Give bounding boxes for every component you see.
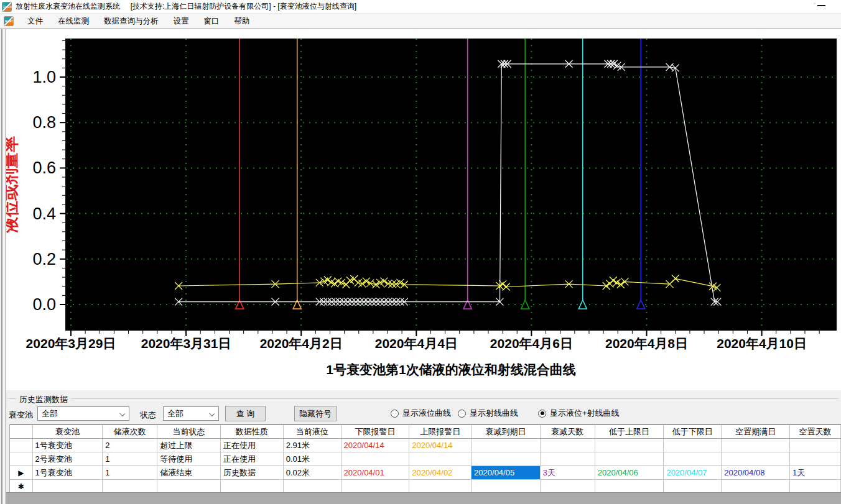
- table-cell[interactable]: [472, 480, 541, 493]
- table-cell[interactable]: 正在使用: [221, 439, 284, 452]
- table-cell[interactable]: 超过上限: [157, 439, 221, 452]
- column-header-1[interactable]: 储液次数: [103, 425, 157, 438]
- plot-area: [65, 39, 837, 331]
- table-row: ▶1号衰变池1储液结束历史数据0.02米2020/04/012020/04/02…: [10, 466, 841, 480]
- table-cell[interactable]: [664, 439, 722, 452]
- decay-pool-chart: 0.00.20.40.60.81.02020年3月29日2020年3月31日20…: [0, 29, 841, 390]
- table-cell[interactable]: 1天: [790, 466, 841, 479]
- table-cell[interactable]: 1号衰变池: [33, 439, 103, 452]
- pool-label: 衰变池: [9, 410, 33, 421]
- table-cell[interactable]: 1: [103, 466, 157, 479]
- radio-curve-2[interactable]: 显示液位+射线曲线: [538, 408, 620, 419]
- table-cell[interactable]: [103, 480, 157, 493]
- table-cell[interactable]: [790, 480, 841, 493]
- menu-item-5[interactable]: 帮助: [227, 14, 258, 29]
- grid-empty-area: [6, 492, 841, 504]
- title-bar: 放射性废水衰变池在线监测系统 [技术支持:上海仁日辐射防护设备有限公司] - […: [0, 0, 841, 14]
- table-cell[interactable]: 2020/04/02: [409, 466, 472, 479]
- table-cell[interactable]: [790, 439, 841, 452]
- current-row-indicator[interactable]: ▶: [10, 466, 33, 479]
- table-cell[interactable]: [472, 452, 541, 465]
- column-header-12[interactable]: 空置天数: [790, 425, 841, 438]
- table-cell[interactable]: [342, 452, 410, 465]
- x-tick-label: 2020年4月4日: [375, 336, 458, 351]
- table-cell[interactable]: [409, 452, 472, 465]
- table-cell[interactable]: 历史数据: [221, 466, 284, 479]
- table-cell[interactable]: [664, 452, 722, 465]
- table-cell[interactable]: [790, 452, 841, 465]
- table-cell[interactable]: 2: [103, 439, 157, 452]
- column-header-8[interactable]: 衰减天数: [541, 425, 595, 438]
- radio-label: 显示液位曲线: [402, 408, 451, 419]
- table-row: 1号衰变池2超过上限正在使用2.91米2020/04/142020/04/14: [10, 439, 841, 452]
- row-selector[interactable]: [10, 452, 33, 465]
- table-cell[interactable]: [595, 452, 664, 465]
- column-header-9[interactable]: 低于上限日: [595, 425, 664, 438]
- radio-curve-1[interactable]: 显示射线曲线: [458, 408, 518, 419]
- table-cell[interactable]: [541, 480, 595, 493]
- chevron-down-icon: [209, 411, 215, 416]
- column-header-11[interactable]: 空置期满日: [722, 425, 790, 438]
- selected-cell[interactable]: 2020/04/05: [472, 466, 541, 479]
- menu-item-4[interactable]: 窗口: [197, 14, 227, 29]
- column-header-7[interactable]: 衰减到期日: [472, 425, 541, 438]
- table-cell[interactable]: 2020/04/06: [595, 466, 664, 479]
- menu-item-3[interactable]: 设置: [166, 14, 197, 29]
- column-header-0[interactable]: 衰变池: [33, 425, 103, 438]
- minimize-icon[interactable]: [817, 5, 825, 6]
- column-header-2[interactable]: 当前状态: [157, 425, 221, 438]
- x-tick-label: 2020年4月2日: [260, 336, 343, 351]
- new-row-indicator[interactable]: ✱: [10, 480, 33, 493]
- column-header-3[interactable]: 数据性质: [221, 425, 284, 438]
- radio-label: 显示射线曲线: [470, 408, 518, 419]
- menu-item-0[interactable]: 文件: [20, 14, 50, 29]
- table-cell[interactable]: 2020/04/08: [722, 466, 790, 479]
- table-cell[interactable]: 2020/04/14: [342, 439, 410, 452]
- table-cell[interactable]: 2020/04/07: [664, 466, 722, 479]
- y-tick-label: 0.8: [32, 113, 56, 132]
- menu-item-1[interactable]: 在线监测: [50, 14, 96, 29]
- column-header-4[interactable]: 当前液位: [284, 425, 342, 438]
- x-tick-label: 2020年3月29日: [26, 336, 116, 351]
- table-cell[interactable]: 等待使用: [157, 452, 221, 465]
- table-cell[interactable]: [722, 480, 790, 493]
- hide-symbols-button[interactable]: 隐藏符号: [294, 406, 337, 421]
- table-cell[interactable]: 1: [103, 452, 157, 465]
- row-selector[interactable]: [10, 439, 33, 452]
- query-button[interactable]: 查 询: [225, 406, 266, 421]
- table-cell[interactable]: [472, 439, 541, 452]
- table-cell[interactable]: 1号衰变池: [33, 466, 103, 479]
- radio-curve-0[interactable]: 显示液位曲线: [391, 408, 451, 419]
- column-header-10[interactable]: 低于下限日: [664, 425, 722, 438]
- pool-select[interactable]: 全部: [37, 406, 129, 421]
- table-cell[interactable]: [722, 452, 790, 465]
- table-cell[interactable]: [664, 480, 722, 493]
- table-cell[interactable]: [722, 439, 790, 452]
- table-cell[interactable]: [541, 439, 595, 452]
- table-cell[interactable]: [541, 452, 595, 465]
- history-section: 历史监测数据 衰变池 全部 状态 全部 查 询 隐藏符号 显示液位曲线显示射线曲…: [6, 390, 841, 424]
- table-cell[interactable]: [595, 480, 664, 493]
- table-cell[interactable]: 0.02米: [284, 466, 342, 479]
- table-cell[interactable]: 储液结束: [157, 466, 221, 479]
- table-cell[interactable]: [284, 480, 342, 493]
- table-cell[interactable]: 2020/04/14: [409, 439, 472, 452]
- restore-icon[interactable]: ×: [813, 1, 816, 6]
- table-cell[interactable]: [33, 480, 103, 493]
- table-cell[interactable]: 2.91米: [284, 439, 342, 452]
- table-cell[interactable]: 2020/04/01: [342, 466, 410, 479]
- table-cell[interactable]: 0.01米: [284, 452, 342, 465]
- table-cell[interactable]: 3天: [541, 466, 595, 479]
- status-select[interactable]: 全部: [163, 406, 219, 421]
- table-cell[interactable]: 正在使用: [221, 452, 284, 465]
- table-cell[interactable]: [342, 480, 410, 493]
- table-cell[interactable]: 2号衰变池: [33, 452, 103, 465]
- table-cell[interactable]: [221, 480, 284, 493]
- menu-item-2[interactable]: 数据查询与分析: [96, 14, 166, 29]
- column-header-5[interactable]: 下限报警日: [342, 425, 410, 438]
- table-cell[interactable]: [409, 480, 472, 493]
- groupbox-border: [7, 398, 839, 399]
- table-cell[interactable]: [595, 439, 664, 452]
- column-header-6[interactable]: 上限报警日: [409, 425, 472, 438]
- table-cell[interactable]: [157, 480, 221, 493]
